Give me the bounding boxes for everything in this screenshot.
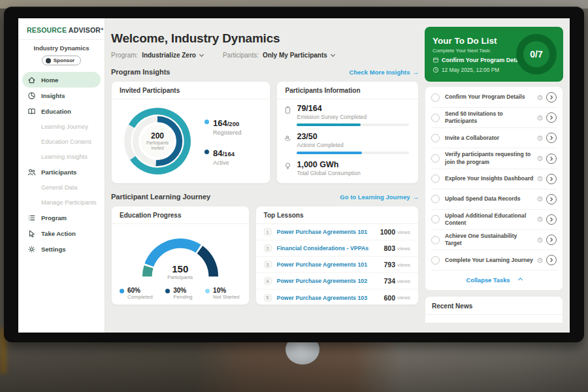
- lesson-title-link[interactable]: Power Purchase Agreements 101: [277, 229, 380, 235]
- lesson-views-count: 1000: [380, 228, 395, 236]
- main-content: Welcome, Industry Dynamics Program: Indu…: [105, 18, 425, 333]
- sidebar-item-label: Manage Participants: [41, 199, 97, 206]
- lesson-rank: 4: [264, 277, 272, 285]
- lesson-row[interactable]: 5 Power Purchase Agreements 103 600 view…: [256, 289, 418, 305]
- sidebar-item[interactable]: Learning Insights: [22, 149, 101, 164]
- todo-task-row[interactable]: Verify participants requesting to join t…: [431, 148, 557, 169]
- chevron-right-icon: [548, 196, 555, 203]
- sidebar-item[interactable]: General Data: [22, 180, 101, 195]
- sidebar-item[interactable]: Manage Participants: [22, 195, 101, 210]
- task-checkbox[interactable]: [431, 134, 440, 142]
- todo-task-row[interactable]: Confirm Your Program Details: [431, 88, 557, 108]
- todo-task-row[interactable]: Explore Your Insights Dashboard: [431, 169, 557, 189]
- participants-icon: [27, 168, 36, 176]
- task-checkbox[interactable]: [431, 195, 440, 203]
- todo-task-row[interactable]: Invite a Collaborator: [431, 128, 557, 148]
- sidebar-item-label: Take Action: [41, 230, 76, 237]
- participants-filter-dropdown[interactable]: Only My Participants: [263, 52, 335, 59]
- gauge-center-label: 150 Participants: [131, 263, 229, 280]
- take-action-icon: [27, 229, 36, 238]
- todo-summary-card: Your To Do List Complete Your Next Task:…: [425, 27, 563, 82]
- task-checkbox[interactable]: [431, 256, 440, 265]
- task-label: Upload Additional Educational Content: [445, 212, 534, 227]
- sidebar-item[interactable]: Participants: [22, 164, 101, 180]
- sidebar-item[interactable]: Take Action: [22, 225, 101, 241]
- invited-participants-card: Invited Participants 200 Participants: [111, 81, 270, 184]
- check-more-insights-link[interactable]: Check More Insights→: [350, 69, 419, 76]
- collapse-tasks-link[interactable]: Collapse Tasks: [431, 270, 557, 289]
- task-label: Send 50 Invitations to Participants: [445, 110, 534, 125]
- chevron-right-icon: [548, 135, 555, 141]
- todo-task-row[interactable]: Achieve One Sustainability Target: [431, 230, 557, 250]
- app-logo: RESOURCE ADVISOR+: [18, 25, 105, 38]
- learning-journey-title: Participant Learning Journey: [111, 193, 210, 201]
- board-icon: [433, 57, 439, 63]
- task-checkbox[interactable]: [431, 154, 440, 163]
- hand-icon: [284, 134, 292, 142]
- todo-next-task: Confirm Your Program Details: [433, 57, 514, 63]
- task-chevron-button[interactable]: [546, 174, 557, 184]
- lesson-row[interactable]: 3 Power Purchase Agreements 101 793 view…: [256, 257, 418, 273]
- program-filter-dropdown[interactable]: Industrialize Zero: [142, 52, 203, 59]
- home-icon: [27, 76, 36, 84]
- task-chevron-button[interactable]: [546, 235, 557, 245]
- top-lessons-card: Top Lessons 1 Power Purchase Agreements …: [255, 206, 419, 305]
- task-chevron-button[interactable]: [546, 92, 557, 103]
- sidebar-item[interactable]: Education: [22, 103, 101, 119]
- clock-icon: [537, 176, 543, 182]
- chevron-right-icon: [548, 257, 555, 263]
- sidebar-item-label: Learning Insights: [41, 154, 88, 160]
- recent-news-title: Recent News: [425, 297, 563, 315]
- go-to-learning-journey-link[interactable]: Go to Learning Journey→: [340, 193, 419, 201]
- sidebar-item[interactable]: Insights: [22, 88, 101, 103]
- emission-progress-bar: [297, 123, 409, 126]
- sidebar-item[interactable]: Learning Journey: [22, 119, 101, 134]
- lesson-row[interactable]: 2 Financial Considerations - VPPAs 803 v…: [256, 240, 418, 257]
- lesson-title-link[interactable]: Power Purchase Agreements 102: [277, 278, 384, 284]
- todo-task-row[interactable]: Upload Spend Data Records: [431, 189, 557, 210]
- task-checkbox[interactable]: [431, 174, 440, 183]
- logo-resource: RESOURCE: [27, 26, 67, 34]
- settings-icon: [27, 245, 36, 253]
- todo-progress-ring: 0/7: [516, 34, 557, 74]
- lesson-title-link[interactable]: Financial Considerations - VPPAs: [277, 245, 384, 252]
- task-chevron-button[interactable]: [546, 112, 557, 123]
- lesson-views-count: 803: [384, 244, 395, 252]
- task-checkbox[interactable]: [431, 236, 440, 244]
- not-started-dot-icon: [205, 289, 210, 293]
- sidebar-item[interactable]: Program: [22, 210, 101, 225]
- lesson-views-count: 793: [384, 261, 395, 269]
- sidebar-item[interactable]: Education Content: [22, 134, 101, 149]
- task-checkbox[interactable]: [431, 114, 440, 122]
- clock-icon: [537, 135, 543, 141]
- lesson-row[interactable]: 1 Power Purchase Agreements 101 1000 vie…: [256, 224, 418, 240]
- participants-information-card-title: Participants Information: [277, 82, 418, 99]
- task-chevron-button[interactable]: [546, 214, 557, 225]
- recent-news-card: Recent News: [425, 296, 563, 323]
- task-chevron-button[interactable]: [546, 194, 557, 204]
- emission-survey-stat: 79/164 Emission Survey Completed: [284, 104, 409, 126]
- program-icon: [27, 214, 36, 222]
- task-chevron-button[interactable]: [546, 255, 557, 265]
- clock-icon: [433, 67, 439, 73]
- education-progress-card-title: Education Progress: [112, 206, 249, 224]
- todo-task-row[interactable]: Send 50 Invitations to Participants: [431, 108, 557, 128]
- sidebar-item[interactable]: Settings: [22, 241, 101, 257]
- todo-task-list: Confirm Your Program Details Send 50 Inv…: [431, 88, 557, 270]
- chevron-right-icon: [548, 176, 555, 182]
- lesson-row[interactable]: 4 Power Purchase Agreements 102 734 view…: [256, 273, 418, 289]
- completed-dot-icon: [120, 289, 124, 293]
- todo-task-row[interactable]: Complete Your Learning Journey: [431, 250, 557, 270]
- sidebar-item[interactable]: Home: [22, 72, 101, 88]
- todo-task-row[interactable]: Upload Additional Educational Content: [431, 210, 557, 230]
- lesson-title-link[interactable]: Power Purchase Agreements 103: [277, 295, 384, 301]
- todo-counter: 0/7: [516, 34, 557, 74]
- task-chevron-button[interactable]: [546, 154, 557, 164]
- clock-icon: [537, 95, 543, 101]
- task-chevron-button[interactable]: [546, 133, 557, 143]
- pending-dot-icon: [165, 289, 170, 293]
- lesson-title-link[interactable]: Power Purchase Agreements 101: [277, 261, 384, 268]
- task-checkbox[interactable]: [431, 215, 440, 223]
- task-label: Upload Spend Data Records: [445, 195, 534, 203]
- task-checkbox[interactable]: [431, 93, 440, 102]
